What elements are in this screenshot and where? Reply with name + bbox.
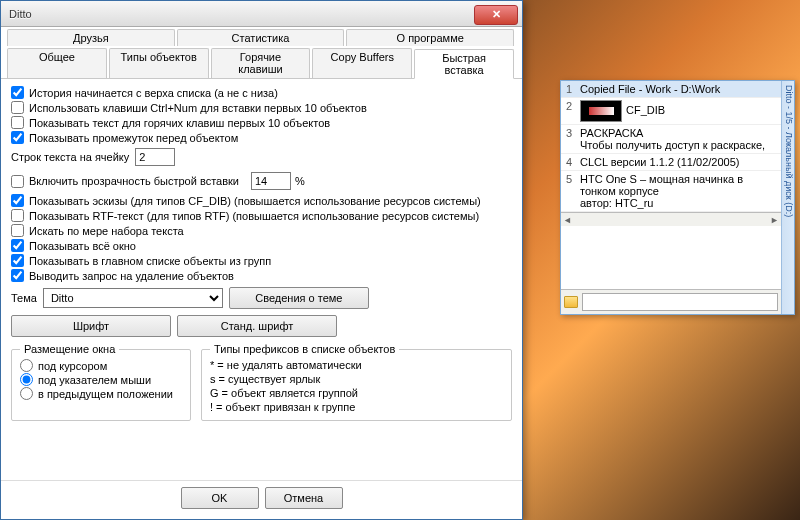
- titlebar: Ditto ✕: [1, 1, 522, 27]
- theme-info-button[interactable]: Сведения о теме: [229, 287, 369, 309]
- check-thumbs[interactable]: Показывать эскизы (для типов CF_DIB) (по…: [11, 194, 512, 207]
- popup-footer: [561, 289, 781, 314]
- dialog-buttons: OK Отмена: [1, 480, 522, 519]
- theme-select[interactable]: Ditto: [43, 288, 223, 308]
- transparency-input[interactable]: [251, 172, 291, 190]
- popup-sidebar-title[interactable]: Ditto - 1/5 - Локальный диск (D:): [781, 81, 794, 314]
- theme-label: Тема: [11, 292, 37, 304]
- lines-label: Строк текста на ячейку: [11, 151, 129, 163]
- tabs-row-2: Общее Типы объектов Горячие клавиши Copy…: [1, 46, 522, 78]
- check-show-groups[interactable]: Показывать в главном списке объекты из г…: [11, 254, 512, 267]
- radio-mouse[interactable]: под указателем мыши: [20, 373, 182, 386]
- ditto-settings-dialog: Ditto ✕ Друзья Статистика О программе Об…: [0, 0, 523, 520]
- quick-paste-popup: 1 Copied File - Work - D:\Work 2 CF_DIB …: [560, 80, 795, 315]
- tab-stats[interactable]: Статистика: [177, 29, 345, 46]
- tab-copy-buffers[interactable]: Copy Buffers: [312, 48, 412, 78]
- tab-general[interactable]: Общее: [7, 48, 107, 78]
- prefix-group: Типы префиксов в списке объектов * = не …: [201, 349, 512, 421]
- folder-icon[interactable]: [564, 296, 578, 308]
- check-show-text[interactable]: Показывать текст для горячих клавиш перв…: [11, 116, 512, 129]
- tabs-row-1: Друзья Статистика О программе: [1, 27, 522, 46]
- tab-hotkeys[interactable]: Горячие клавиши: [211, 48, 311, 78]
- check-transparency[interactable]: Включить прозрачность быстрой вставки: [11, 175, 239, 188]
- radio-previous[interactable]: в предыдущем положении: [20, 387, 182, 400]
- check-typing-search[interactable]: Искать по мере набора текста: [11, 224, 512, 237]
- check-rtf[interactable]: Показывать RTF-текст (для типов RTF) (по…: [11, 209, 512, 222]
- placement-legend: Размещение окна: [20, 343, 119, 355]
- check-ctrl-num[interactable]: Использовать клавиши Ctrl+Num для вставк…: [11, 101, 512, 114]
- search-input[interactable]: [582, 293, 778, 311]
- list-item[interactable]: 4 CLCL версии 1.1.2 (11/02/2005): [561, 154, 781, 171]
- close-icon: ✕: [492, 8, 501, 21]
- prefix-lines: * = не удалять автоматически s = существ…: [210, 358, 503, 414]
- scroll-right-icon[interactable]: ►: [770, 215, 779, 225]
- tab-about[interactable]: О программе: [346, 29, 514, 46]
- list-item[interactable]: 1 Copied File - Work - D:\Work: [561, 81, 781, 98]
- scroll-left-icon[interactable]: ◄: [563, 215, 572, 225]
- thumbnail-icon: [580, 100, 622, 122]
- lines-input[interactable]: [135, 148, 175, 166]
- cancel-button[interactable]: Отмена: [265, 487, 343, 509]
- list-item[interactable]: 2 CF_DIB: [561, 98, 781, 125]
- check-show-gap[interactable]: Показывать промежуток перед объектом: [11, 131, 512, 144]
- list-item[interactable]: 5 HTC One S – мощная начинка в тонком ко…: [561, 171, 781, 212]
- tab-content: История начинается с верха списка (а не …: [1, 78, 522, 480]
- tab-quick-paste[interactable]: Быстрая вставка: [414, 49, 514, 79]
- default-font-button[interactable]: Станд. шрифт: [177, 315, 337, 337]
- window-title: Ditto: [1, 8, 32, 20]
- popup-scrollbar[interactable]: ◄ ►: [561, 212, 781, 226]
- transparency-suffix: %: [295, 175, 305, 187]
- list-item[interactable]: 3 РАСКРАСКА Чтобы получить доступ к раск…: [561, 125, 781, 154]
- placement-group: Размещение окна под курсором под указате…: [11, 349, 191, 421]
- tab-object-types[interactable]: Типы объектов: [109, 48, 209, 78]
- font-button[interactable]: Шрифт: [11, 315, 171, 337]
- check-show-window[interactable]: Показывать всё окно: [11, 239, 512, 252]
- prefix-legend: Типы префиксов в списке объектов: [210, 343, 399, 355]
- close-button[interactable]: ✕: [474, 5, 518, 25]
- tab-friends[interactable]: Друзья: [7, 29, 175, 46]
- check-history-top[interactable]: История начинается с верха списка (а не …: [11, 86, 512, 99]
- popup-list: 1 Copied File - Work - D:\Work 2 CF_DIB …: [561, 81, 781, 314]
- ok-button[interactable]: OK: [181, 487, 259, 509]
- check-confirm-delete[interactable]: Выводить запрос на удаление объектов: [11, 269, 512, 282]
- radio-cursor[interactable]: под курсором: [20, 359, 182, 372]
